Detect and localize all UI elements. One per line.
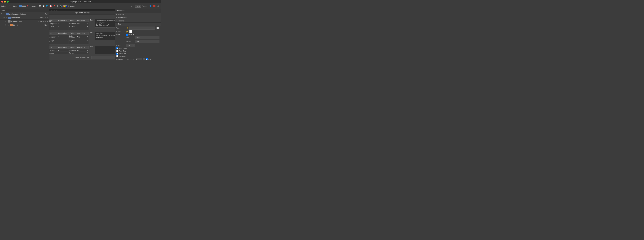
maximize-window-btn[interactable] bbox=[7, 1, 9, 3]
color-swatch[interactable] bbox=[129, 30, 132, 33]
tree-item-ht-info[interactable]: 👁 ▶ ht_info >52,37 bbox=[0, 23, 49, 27]
color-connect-icon: ⚡ bbox=[126, 30, 128, 33]
font-default-checkbox[interactable] bbox=[126, 34, 128, 36]
globe-icon[interactable]: 🌐 bbox=[46, 5, 49, 8]
position-section-header[interactable]: ▶ Position bbox=[115, 13, 161, 16]
text-content-3[interactable] bbox=[95, 46, 115, 54]
screen-icon[interactable]: 🖥 bbox=[56, 5, 59, 8]
camera-icon[interactable]: 📷 bbox=[60, 5, 63, 8]
basic-line-icon[interactable] bbox=[22, 5, 26, 7]
expand-icon-4[interactable]: ▶ bbox=[8, 24, 10, 26]
weight-input[interactable] bbox=[135, 40, 160, 43]
delete-row-1-2[interactable]: ✕ bbox=[86, 25, 88, 28]
default-value-input[interactable] bbox=[92, 56, 115, 59]
image2-icon[interactable]: 📋 bbox=[42, 5, 45, 8]
color-bar-icon[interactable] bbox=[63, 5, 67, 7]
dialog-overlay: Logic Block Settings Logic Block + bbox=[50, 9, 115, 60]
expand-icon-2[interactable]: ▶ bbox=[6, 17, 8, 18]
top-bottom-spin-up[interactable]: ▲ bbox=[143, 58, 145, 59]
target-icon[interactable]: 🎯 bbox=[49, 5, 52, 8]
appearance-section: ▶ Appearance bbox=[115, 16, 161, 19]
close-window-btn[interactable] bbox=[1, 1, 3, 3]
text-value-input[interactable] bbox=[129, 26, 155, 30]
condition-row-2-1: *op_shakespeare = Julius Ceaser And ✕ bbox=[50, 35, 88, 39]
comparison-cell-3-2: = bbox=[57, 52, 68, 54]
scroll-bar-label[interactable]: Scroll Bar bbox=[116, 53, 126, 55]
tree-item-cnt-language-buttons[interactable]: 👁 ▶ cnt_language_buttons ↑0,28 bbox=[0, 12, 49, 16]
word-wrap-checkbox[interactable] bbox=[116, 47, 118, 49]
auto-size-checkbox[interactable] bbox=[116, 50, 118, 52]
image-icon[interactable]: 🖼 bbox=[38, 5, 42, 8]
align-select[interactable]: Left Center Right bbox=[126, 44, 135, 47]
font-default-label[interactable]: Default bbox=[126, 34, 134, 36]
evaluate-label[interactable]: Evaluate bbox=[116, 55, 126, 57]
position-chevron: ▶ bbox=[116, 13, 117, 15]
color-row: Color: ⚡ bbox=[116, 30, 160, 33]
value-cell-2-2: english bbox=[68, 39, 76, 42]
evaluate-checkbox[interactable] bbox=[116, 55, 118, 57]
weight-prop-label: Weight: bbox=[126, 41, 134, 42]
add-row-2[interactable]: + bbox=[86, 42, 88, 45]
link-values-label[interactable]: true bbox=[146, 58, 152, 60]
scroll-bar-checkbox[interactable] bbox=[116, 53, 118, 55]
default-value-label: Default Value: bbox=[76, 56, 86, 58]
text-section-header[interactable]: ▼ Text bbox=[115, 22, 161, 26]
pin-icon[interactable]: 📍 bbox=[53, 5, 56, 8]
undo-icon[interactable]: ↩ bbox=[130, 5, 133, 8]
visibility-icon-3[interactable]: 👁 bbox=[5, 20, 8, 22]
text-content-1[interactable]: Told by an idiot, full of sound and fury… bbox=[95, 19, 115, 28]
window-controls[interactable] bbox=[1, 1, 9, 3]
th-del-3 bbox=[86, 46, 88, 49]
tree-item-name-1: cnt_language_buttons bbox=[9, 13, 44, 15]
padding-row: Padding: Top/Bottom: ▲ ▼ true bbox=[116, 58, 160, 60]
visibility-icon-4[interactable]: 👁 bbox=[5, 24, 8, 26]
visibility-icon-1[interactable]: 👁 bbox=[1, 13, 4, 15]
tree-item-screentint[interactable]: 👁 screentint_info >0.00%,0.00% bbox=[0, 20, 49, 23]
condition-block-1: Trigger Comparison Value Operation bbox=[50, 19, 115, 30]
dialog-section-title: Logic Block bbox=[50, 16, 115, 18]
link-values-checkbox[interactable] bbox=[146, 58, 148, 60]
word-wrap-label[interactable]: Word wrap bbox=[116, 47, 127, 49]
delete-row-3-1[interactable]: ✕ bbox=[86, 49, 88, 52]
minimize-window-btn[interactable] bbox=[4, 1, 6, 3]
tree-item-name-3: screentint_info bbox=[11, 20, 38, 22]
select-cursor-icon[interactable]: ↖ bbox=[8, 5, 12, 8]
delete-row-2-1[interactable]: ✕ bbox=[86, 35, 88, 39]
th-operation-2: Operation bbox=[76, 32, 86, 35]
title-bar: language.ggsk - Skin Editor bbox=[0, 0, 161, 3]
top-bottom-spin-down[interactable]: ▼ bbox=[143, 59, 145, 60]
appearance-section-header[interactable]: ▶ Appearance bbox=[115, 16, 161, 19]
color-tool-icon[interactable] bbox=[153, 5, 156, 7]
empty-val-1 bbox=[68, 28, 76, 30]
condition-block-2: Trigger Comparison Value Operation bbox=[50, 32, 115, 45]
size-input[interactable] bbox=[135, 36, 160, 39]
add-row-1[interactable]: + bbox=[86, 28, 88, 30]
text-content-2[interactable]: stars,<br>But in ourselves, that we are … bbox=[95, 32, 115, 40]
delete-row-3-2[interactable]: ✕ bbox=[86, 52, 88, 54]
evaluate-text: Evaluate bbox=[119, 55, 126, 57]
tree-item-information[interactable]: 👁 ▶ information +0.00%,0.00% bbox=[0, 16, 49, 20]
comparison-cell-1-2: = bbox=[57, 25, 68, 28]
word-wrap-text: Word wrap bbox=[119, 47, 127, 49]
image-tools: 🖼 📋 🌐 🎯 📍 🖥 📷 bbox=[38, 5, 67, 8]
rectangle-section-header[interactable]: ▶ Rectangle bbox=[115, 19, 161, 22]
color-block-2 bbox=[8, 17, 11, 19]
auto-size-row: Auto Size bbox=[116, 50, 160, 52]
expand-icon-1[interactable]: ▶ bbox=[4, 13, 6, 15]
auto-size-label[interactable]: Auto Size bbox=[116, 50, 126, 52]
basic-text-icon[interactable]: T bbox=[26, 5, 29, 8]
font-row: Font: Default bbox=[116, 34, 160, 36]
basic-rect-icon[interactable] bbox=[19, 5, 22, 7]
top-bottom-input[interactable] bbox=[136, 58, 142, 60]
th-value-3: Value bbox=[68, 46, 76, 49]
delete-row-2-2[interactable]: ✕ bbox=[86, 39, 88, 42]
condition-table-1: Trigger Comparison Value Operation bbox=[50, 19, 89, 30]
zoom-control[interactable]: 100% bbox=[134, 5, 141, 7]
user-icon[interactable]: 👤 bbox=[149, 5, 152, 8]
settings-icon[interactable]: ⚙ bbox=[157, 5, 160, 8]
delete-row-1-1[interactable]: ✕ bbox=[86, 22, 88, 25]
text-expand-btn[interactable]: ⬜ bbox=[156, 27, 160, 29]
link-values-text: true bbox=[148, 58, 152, 60]
visibility-icon-2[interactable]: 👁 bbox=[3, 17, 6, 18]
default-type-label: Text: bbox=[87, 56, 90, 58]
